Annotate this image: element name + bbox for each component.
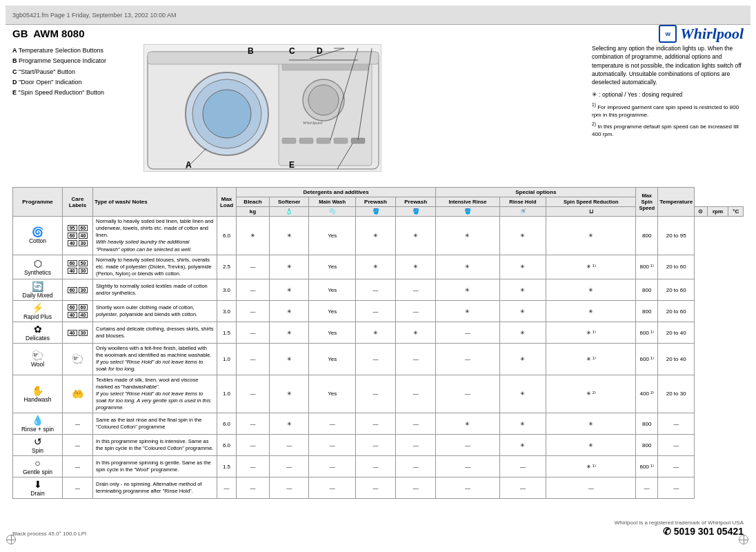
prewash-cell: ✳	[355, 217, 395, 255]
prewash2-cell: —	[396, 435, 436, 456]
programme-cell: 🔄Daily Mixed	[13, 279, 63, 301]
svg-rect-7	[282, 138, 296, 144]
prewash-cell: ✳	[355, 322, 395, 344]
prewash-cell: ✳	[355, 255, 395, 279]
bleach-cell: —	[237, 456, 270, 477]
th-prewash-icon1: 🪣	[396, 207, 436, 217]
spin-speed-red-cell: ✳	[546, 279, 636, 301]
notes-panel: Selecting any option the indication ligh…	[592, 44, 744, 139]
intensive-rinse-cell: ✳	[436, 301, 499, 322]
table-row: 🔄Daily Mixed6030Slightly to normally soi…	[13, 279, 744, 301]
spin-speed-red-cell: ✳ ²⁾	[546, 375, 636, 413]
rinse-hold-cell: ✳	[499, 255, 546, 279]
type-notes-cell: Curtains and delicate clothing, dresses …	[93, 322, 217, 344]
svg-rect-8	[299, 138, 313, 144]
prewash2-cell: ✳	[396, 217, 436, 255]
softener-cell: —	[269, 435, 309, 456]
legend-item-c: C "Start/Pause" Button	[12, 67, 147, 77]
type-notes-cell: Same as the last rinse and the final spi…	[93, 413, 217, 435]
intensive-rinse-cell: —	[436, 456, 499, 477]
th-max-load: Max Load	[217, 188, 237, 217]
table-row: ✋Handwash🤲Textiles made of silk, linen, …	[13, 375, 744, 413]
main-wash-cell: —	[309, 413, 355, 435]
programme-cell: ⬇Drain	[13, 477, 63, 499]
th-prewash: Prewash	[355, 197, 395, 207]
prewash-cell: —	[355, 477, 395, 499]
file-info-text: 3gb05421.fm Page 1 Friday, September 13,…	[12, 12, 177, 19]
temperature-cell: 20 to 60	[658, 301, 695, 322]
th-care-labels: Care Labels	[63, 188, 93, 217]
th-softener-icon: 🫧	[309, 207, 355, 217]
rinse-hold-cell: ✳	[499, 344, 546, 375]
svg-rect-13	[148, 52, 379, 64]
softener-cell: ✳	[269, 322, 309, 344]
rinse-hold-cell: —	[499, 477, 546, 499]
temperature-cell: —	[658, 435, 695, 456]
type-notes-cell: Slightly to normally soiled textiles mad…	[93, 279, 217, 301]
symbol-note: ✳ : optional / Yes : dosing required	[592, 90, 744, 99]
diagram-label-a: A	[186, 160, 192, 170]
temperature-cell: —	[658, 413, 695, 435]
temperature-cell: 20 to 40	[658, 344, 695, 375]
diagram-label-b: B	[248, 46, 254, 56]
type-notes-cell: Only woollens with a felt-free finish, l…	[93, 344, 217, 375]
care-labels-cell: 6030	[63, 279, 93, 301]
rinse-hold-cell: ✳	[499, 279, 546, 301]
prewash-cell: —	[355, 435, 395, 456]
footnote2: 2) In this programme default spin speed …	[592, 121, 744, 139]
programme-table: Programme Care Labels Type of wash/ Note…	[12, 187, 744, 499]
max-spin-cell: 800	[636, 301, 658, 322]
type-notes-cell: Normally to heavily soiled blouses, shir…	[93, 255, 217, 279]
th-prewash-icon2: 🪣	[436, 207, 499, 217]
temperature-cell: —	[658, 456, 695, 477]
type-notes-cell: Textiles made of silk, linen, wool and v…	[93, 375, 217, 413]
th-mainwash-icon: 🪣	[355, 207, 395, 217]
th-prewash2: Prewash	[396, 197, 436, 207]
rinse-hold-cell: ✳	[499, 217, 546, 255]
legend-item-a: A Temperature Selection Buttons	[12, 46, 147, 56]
max-load-cell: 1.5	[217, 456, 237, 477]
svg-rect-10	[334, 138, 348, 144]
max-spin-cell: 800	[636, 279, 658, 301]
main-wash-cell: Yes	[309, 375, 355, 413]
temperature-cell: 20 to 30	[658, 375, 695, 413]
temperature-cell: 20 to 95	[658, 217, 695, 255]
table-row: ⚡Rapid Plus60604040Shortly worn outer cl…	[13, 301, 744, 322]
th-detergents-group: Detergents and additives	[237, 188, 436, 197]
max-load-cell: 6.0	[217, 217, 237, 255]
svg-point-3	[203, 90, 251, 138]
prewash2-cell: —	[396, 413, 436, 435]
main-wash-cell: Yes	[309, 255, 355, 279]
table-row: ✿Delicates4030Curtains and delicate clot…	[13, 322, 744, 344]
max-load-cell: 3.0	[217, 279, 237, 301]
max-load-cell: —	[217, 477, 237, 499]
diagram-label-d: D	[317, 46, 323, 56]
rinse-hold-cell: ✳	[499, 301, 546, 322]
legend-item-b: B Programme Sequence Indicator	[12, 56, 147, 66]
th-spin-speed-red: Spin Speed Reduction	[546, 197, 636, 207]
table-row: ⬡Synthetics60504030Normally to heavily s…	[13, 255, 744, 279]
table-row: 🐑Wool🐑Only woollens with a felt-free fin…	[13, 344, 744, 375]
bleach-cell: —	[237, 255, 270, 279]
rinse-hold-cell: ✳	[499, 413, 546, 435]
temperature-cell: —	[658, 477, 695, 499]
intensive-rinse-cell: ✳	[436, 413, 499, 435]
th-bleach-icon: 🧴	[269, 207, 309, 217]
rinse-hold-cell: ✳	[499, 375, 546, 413]
max-load-cell: 3.0	[217, 301, 237, 322]
prewash2-cell: ✳	[396, 255, 436, 279]
prewash-cell: —	[355, 279, 395, 301]
softener-cell: ✳	[269, 279, 309, 301]
th-intensive-rinse: Intensive Rinse	[436, 197, 499, 207]
care-labels-cell: 4030	[63, 322, 93, 344]
max-spin-cell: 600 ¹⁾	[636, 344, 658, 375]
th-int-rinse-icon: 🚿	[499, 207, 546, 217]
table-row: 💧Rinse + spin—Same as the last rinse and…	[13, 413, 744, 435]
legend-item-d: D "Door Open" Indication	[12, 77, 147, 88]
main-content: GB AWM 8080 A Temperature Selection Butt…	[12, 25, 744, 540]
programme-cell: ○Gentle spin	[13, 456, 63, 477]
th-special-group: Special options	[436, 188, 636, 197]
bleach-cell: —	[237, 344, 270, 375]
softener-cell: ✳	[269, 413, 309, 435]
intensive-rinse-cell: ✳	[436, 255, 499, 279]
